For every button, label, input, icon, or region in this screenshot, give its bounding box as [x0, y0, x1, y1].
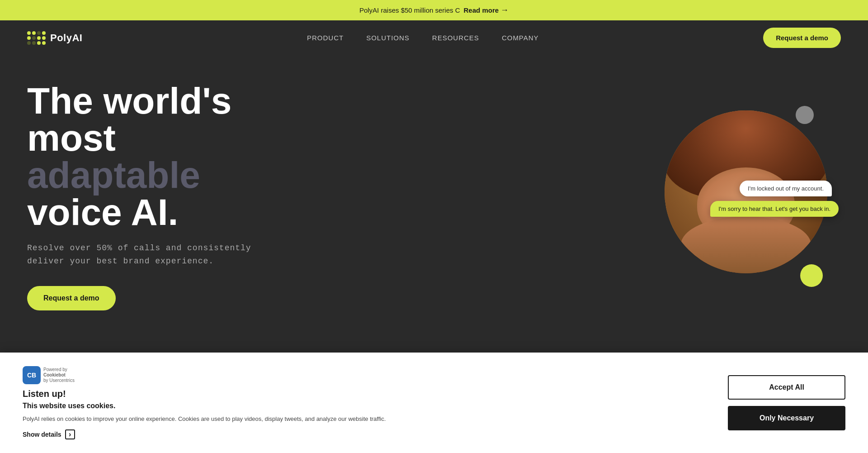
banner-text: PolyAI raises $50 million series C — [359, 6, 460, 14]
hero-subtitle: Resolve over 50% of calls and consistent… — [27, 242, 321, 268]
banner-arrow: → — [500, 5, 509, 15]
deco-dot-bottom — [800, 264, 823, 287]
navbar: PolyAI Product Solutions Resources Compa… — [0, 20, 868, 55]
nav-demo-button[interactable]: Request a demo — [763, 28, 841, 48]
logo-icon — [27, 31, 46, 45]
nav-resources[interactable]: Resources — [432, 34, 479, 42]
hero-section: The world's most adaptable voice AI. Res… — [0, 55, 868, 347]
top-banner: PolyAI raises $50 million series C Read … — [0, 0, 868, 20]
logo-text: PolyAI — [50, 32, 82, 44]
hero-demo-button[interactable]: Request a demo — [27, 286, 116, 310]
nav-solutions[interactable]: Solutions — [366, 34, 410, 42]
nav-company[interactable]: Company — [502, 34, 539, 42]
chat-bubble-ai: I'm sorry to hear that. Let's get you ba… — [710, 201, 839, 217]
nav-product[interactable]: Product — [307, 34, 344, 42]
logo[interactable]: PolyAI — [27, 31, 82, 45]
hero-content: The world's most adaptable voice AI. Res… — [27, 82, 321, 310]
hero-visual: I'm locked out of my account. I'm sorry … — [651, 101, 841, 291]
hero-title: The world's most adaptable voice AI. — [27, 82, 321, 231]
banner-cta[interactable]: Read more → — [464, 5, 509, 15]
chat-bubble-user: I'm locked out of my account. — [740, 181, 832, 196]
nav-links: Product Solutions Resources Company — [307, 34, 539, 42]
